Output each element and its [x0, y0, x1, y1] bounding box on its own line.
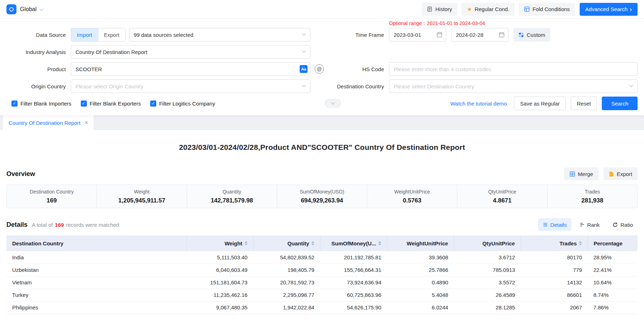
- start-date-input[interactable]: 2023-03-01: [389, 28, 446, 41]
- sort-icon[interactable]: [311, 241, 314, 245]
- data-sources-select[interactable]: 99 data sources selected: [129, 28, 310, 41]
- collapse-conditions-button[interactable]: [325, 99, 341, 108]
- stat-weight: Weight 1,205,945,911.57: [97, 185, 187, 208]
- reset-button[interactable]: Reset: [571, 97, 597, 110]
- filter-logitics-company-checkbox[interactable]: ✓ Filter Logitics Company: [150, 101, 215, 107]
- tab-label: Country Of Destination Report: [9, 120, 80, 126]
- col-sum-of-money[interactable]: SumOfMoney(U...: [320, 235, 387, 251]
- origin-country-select[interactable]: Please select Origin Country: [71, 79, 310, 93]
- product-input[interactable]: [71, 62, 310, 76]
- stat-sum-of-money: SumOfMoney(USD) 694,929,263.94: [277, 185, 367, 208]
- calendar-icon: [437, 32, 442, 38]
- checkbox-checked-icon: ✓: [81, 101, 87, 107]
- chevron-down-icon: [629, 83, 633, 87]
- stat-destination-country: Destination Country 169: [7, 185, 97, 208]
- sort-icon[interactable]: [378, 241, 381, 245]
- custom-label: Custom: [527, 32, 545, 38]
- col-weight-unit-price: WeightUnitPrice: [387, 235, 454, 251]
- export-toggle[interactable]: Export: [98, 28, 125, 41]
- data-source-toggle: Import Export: [71, 28, 126, 41]
- chevron-down-icon: [40, 6, 44, 10]
- view-ratio-label: Ratio: [620, 222, 633, 228]
- calendar-icon: [499, 32, 505, 38]
- merge-label: Merge: [578, 171, 593, 177]
- view-switcher: Details Rank Ratio: [538, 218, 638, 231]
- translate-icon[interactable]: Aa: [300, 65, 308, 73]
- top-bar: Global History ★ Regular Cond. Fold Cond…: [0, 0, 644, 19]
- industry-analysis-label: Industry Analysis: [6, 49, 71, 55]
- table-row: Philippines 9,067,480.35 1,942,022.84 54…: [6, 301, 638, 314]
- history-icon: [427, 6, 432, 12]
- details-table: Destination Country Weight Quantity SumO…: [6, 235, 638, 314]
- col-weight[interactable]: Weight: [186, 235, 253, 251]
- stat-qty-unit-price: QtyUnitPrice 4.8671: [457, 185, 547, 208]
- save-as-regular-button[interactable]: Save as Regular: [514, 97, 566, 110]
- origin-country-label: Origin Country: [6, 83, 71, 89]
- merge-button[interactable]: Merge: [564, 167, 599, 180]
- stat-quantity: Quantity 142,781,579.98: [187, 185, 277, 208]
- view-details-label: Details: [550, 222, 567, 228]
- filter-checkbox-group: ✓ Filter Blank Importers ✓ Filter Blank …: [11, 101, 215, 107]
- regular-cond-button[interactable]: ★ Regular Cond.: [462, 3, 515, 16]
- close-icon[interactable]: ×: [85, 119, 88, 126]
- table-header-row: Destination Country Weight Quantity SumO…: [6, 235, 638, 251]
- star-icon: ★: [467, 6, 472, 12]
- search-actions: Watch the tutorial demo Save as Regular …: [451, 97, 638, 110]
- destination-country-select[interactable]: Please select Destination Country: [389, 79, 638, 93]
- report-content: 2023/03/01-2024/02/28,Product AND"SCOOTE…: [0, 143, 644, 314]
- regular-cond-label: Regular Cond.: [475, 6, 510, 12]
- checkbox-checked-icon: ✓: [150, 101, 156, 107]
- overview-stats-card: Destination Country 169 Weight 1,205,945…: [6, 185, 638, 208]
- data-sources-value: 99 data sources selected: [134, 32, 193, 38]
- export-label: Export: [617, 171, 632, 177]
- chevron-down-icon: [302, 31, 306, 35]
- industry-analysis-value: Country Of Destination Report: [75, 49, 147, 55]
- origin-country-placeholder: Please select Origin Country: [75, 83, 143, 89]
- checkbox-checked-icon: ✓: [11, 101, 18, 107]
- rank-icon: [580, 222, 585, 227]
- end-date-input[interactable]: 2024-02-28: [451, 28, 508, 41]
- view-details-button[interactable]: Details: [538, 218, 571, 231]
- destination-country-placeholder: Please select Destination Country: [394, 83, 474, 89]
- custom-range-button[interactable]: Custom: [513, 28, 550, 41]
- destination-country-label: Destination Country: [310, 83, 389, 89]
- view-ratio-button[interactable]: Ratio: [608, 218, 638, 231]
- filter-blank-exporters-checkbox[interactable]: ✓ Filter Blank Exporters: [81, 101, 141, 107]
- search-button[interactable]: Search: [602, 97, 638, 110]
- col-qty-unit-price: QtyUnitPrice: [454, 235, 521, 251]
- stat-weight-unit-price: WeightUnitPrice 0.5763: [367, 185, 457, 208]
- import-toggle[interactable]: Import: [71, 28, 98, 41]
- chevron-down-icon: [302, 49, 306, 53]
- data-source-label: Data Source: [6, 32, 71, 38]
- industry-analysis-select[interactable]: Country Of Destination Report: [71, 45, 310, 59]
- history-button[interactable]: History: [422, 3, 457, 16]
- col-quantity[interactable]: Quantity: [253, 235, 320, 251]
- fold-conditions-icon: [524, 6, 530, 12]
- synonym-icon[interactable]: @: [315, 64, 324, 74]
- tutorial-demo-link[interactable]: Watch the tutorial demo: [451, 101, 507, 107]
- advanced-search-button[interactable]: Advanced Search ›: [580, 3, 638, 16]
- col-trades[interactable]: Trades: [521, 235, 588, 251]
- fold-conditions-button[interactable]: Fold Conditions: [519, 3, 575, 16]
- sort-icon[interactable]: [579, 241, 582, 245]
- filter-blank-importers-checkbox[interactable]: ✓ Filter Blank Importers: [11, 101, 72, 107]
- details-list-icon: [543, 222, 548, 227]
- overview-heading: Overview: [6, 170, 35, 178]
- scope-selector[interactable]: Global: [6, 4, 43, 14]
- global-logo-icon: [6, 4, 16, 14]
- app-root: Global History ★ Regular Cond. Fold Cond…: [0, 0, 644, 314]
- view-rank-button[interactable]: Rank: [575, 218, 604, 231]
- ratio-icon: [613, 222, 618, 227]
- custom-grid-icon: [518, 32, 524, 38]
- history-label: History: [435, 6, 452, 12]
- table-row: India 5,111,503.40 54,802,839.52 201,192…: [6, 251, 638, 264]
- records-matched-text: A total of 169 records were matched: [32, 222, 119, 228]
- hs-code-input[interactable]: [389, 62, 638, 76]
- sort-icon[interactable]: [245, 241, 247, 245]
- start-date-value: 2023-03-01: [394, 32, 421, 38]
- stat-trades: Trades 281,938: [547, 185, 637, 208]
- tab-country-of-destination-report[interactable]: Country Of Destination Report ×: [3, 115, 94, 130]
- filter-panel: Optional range：2021-01-01 to 2024-03-04 …: [0, 19, 644, 115]
- export-button[interactable]: Export: [604, 167, 638, 180]
- report-tab-bar: Country Of Destination Report ×: [0, 115, 644, 130]
